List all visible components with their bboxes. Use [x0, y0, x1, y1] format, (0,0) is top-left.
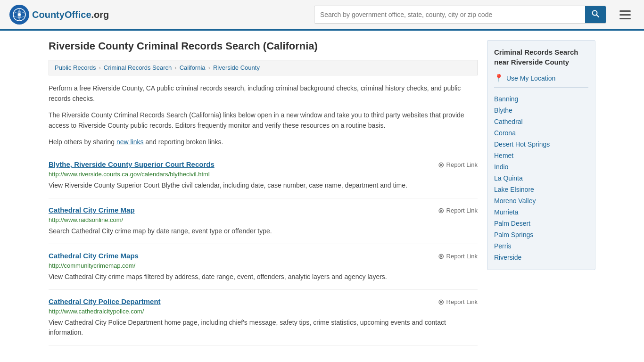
sidebar-title: Criminal Records Search near Riverside C…: [494, 47, 588, 67]
sidebar-city-moreno-valley[interactable]: Moreno Valley: [494, 197, 536, 205]
result-url-3: http://www.cathedralcitypolice.com/: [49, 308, 478, 315]
result-url-0: http://www.riverside.courts.ca.gov/calen…: [49, 171, 478, 178]
result-item: Cathedral City Crime Maps ⊗ Report Link …: [49, 244, 478, 290]
sidebar-city-blythe[interactable]: Blythe: [494, 107, 512, 114]
breadcrumb-california[interactable]: California: [180, 64, 206, 71]
breadcrumb-riverside-county[interactable]: Riverside County: [213, 64, 260, 71]
sidebar-list-item: Palm Desert: [494, 218, 588, 229]
sidebar-box: Criminal Records Search near Riverside C…: [487, 40, 595, 270]
sidebar-city-cathedral[interactable]: Cathedral: [494, 118, 523, 125]
main-content: Riverside County Criminal Records Search…: [49, 40, 478, 346]
result-item: Blythe, Riverside County Superior Court …: [49, 153, 478, 198]
report-link-label-0: Report Link: [446, 161, 478, 168]
sidebar-list-item: Lake Elsinore: [494, 184, 588, 195]
report-icon-1: ⊗: [438, 206, 444, 215]
sidebar-list-item: Palm Springs: [494, 229, 588, 240]
description-para-2: The Riverside County Criminal Records Se…: [49, 110, 478, 131]
search-bar: [314, 6, 606, 24]
result-desc-2: View Cathedral City crime maps filtered …: [49, 272, 478, 282]
report-icon-3: ⊗: [438, 297, 444, 306]
sidebar-city-hemet[interactable]: Hemet: [494, 152, 513, 159]
hamburger-line-1: [619, 10, 631, 12]
description-para-1: Perform a free Riverside County, CA publ…: [49, 83, 478, 104]
result-item: Cathedral City Crime Map ⊗ Report Link h…: [49, 198, 478, 244]
description-para-3-suffix: and reporting broken links.: [144, 138, 223, 146]
search-button[interactable]: [585, 6, 606, 23]
hamburger-menu-button[interactable]: [616, 7, 635, 23]
search-input[interactable]: [314, 6, 585, 23]
sidebar-list-item: Banning: [494, 93, 588, 105]
breadcrumb-public-records[interactable]: Public Records: [55, 64, 96, 71]
results-list: Blythe, Riverside County Superior Court …: [49, 153, 478, 346]
use-my-location-link[interactable]: Use My Location: [506, 74, 555, 82]
sidebar-city-list: BanningBlytheCathedralCoronaDesert Hot S…: [494, 93, 588, 263]
report-icon-2: ⊗: [438, 252, 444, 261]
sidebar-city-riverside[interactable]: Riverside: [494, 254, 521, 261]
report-link-3[interactable]: ⊗ Report Link: [438, 297, 478, 306]
result-header: Cathedral City Crime Maps ⊗ Report Link: [49, 252, 478, 261]
result-title-3[interactable]: Cathedral City Police Department: [49, 297, 161, 305]
sidebar-list-item: Moreno Valley: [494, 195, 588, 206]
result-url-2: http://communitycrimemap.com/: [49, 262, 478, 269]
hamburger-line-2: [619, 14, 631, 16]
sidebar-city-indio[interactable]: Indio: [494, 163, 508, 171]
description-para-3: Help others by sharing new links and rep…: [49, 137, 478, 147]
logo-icon: [9, 5, 29, 25]
breadcrumb-sep-3: ›: [208, 64, 210, 71]
sidebar-list-item: La Quinta: [494, 173, 588, 184]
sidebar: Criminal Records Search near Riverside C…: [487, 40, 595, 346]
sidebar-list-item: Indio: [494, 161, 588, 173]
site-header: CountyOffice.org: [0, 0, 644, 31]
result-header: Blythe, Riverside County Superior Court …: [49, 160, 478, 169]
result-title-1[interactable]: Cathedral City Crime Map: [49, 206, 135, 214]
sidebar-city-desert-hot-springs[interactable]: Desert Hot Springs: [494, 140, 550, 148]
logo-link[interactable]: CountyOffice.org: [9, 5, 109, 25]
report-link-label-1: Report Link: [446, 207, 478, 214]
sidebar-city-corona[interactable]: Corona: [494, 129, 516, 137]
result-header: Cathedral City Crime Map ⊗ Report Link: [49, 206, 478, 215]
report-link-label-2: Report Link: [446, 253, 478, 260]
hamburger-line-3: [619, 18, 631, 19]
svg-point-2: [18, 13, 21, 16]
svg-line-4: [597, 15, 599, 17]
sidebar-list-item: Cathedral: [494, 116, 588, 127]
sidebar-list-item: Murrieta: [494, 206, 588, 218]
breadcrumb: Public Records › Criminal Records Search…: [49, 60, 478, 75]
report-link-label-3: Report Link: [446, 298, 478, 305]
sidebar-list-item: Blythe: [494, 105, 588, 116]
sidebar-list-item: Hemet: [494, 150, 588, 161]
sidebar-list-item: Perris: [494, 240, 588, 252]
sidebar-city-murrieta[interactable]: Murrieta: [494, 208, 518, 216]
breadcrumb-sep-1: ›: [99, 64, 100, 71]
sidebar-city-palm-desert[interactable]: Palm Desert: [494, 220, 530, 227]
result-url-1: http://www.raidsonline.com/: [49, 216, 478, 223]
report-icon-0: ⊗: [438, 160, 444, 169]
sidebar-city-palm-springs[interactable]: Palm Springs: [494, 231, 533, 239]
sidebar-list-item: Riverside: [494, 252, 588, 263]
report-link-0[interactable]: ⊗ Report Link: [438, 160, 478, 169]
result-header: Cathedral City Police Department ⊗ Repor…: [49, 297, 478, 306]
sidebar-city-perris[interactable]: Perris: [494, 242, 512, 250]
report-link-2[interactable]: ⊗ Report Link: [438, 252, 478, 261]
result-title-2[interactable]: Cathedral City Crime Maps: [49, 252, 139, 260]
sidebar-location: 📍 Use My Location: [494, 74, 588, 88]
sidebar-list-item: Corona: [494, 127, 588, 139]
logo-text: CountyOffice.org: [32, 9, 109, 20]
main-container: Riverside County Criminal Records Search…: [39, 31, 605, 355]
sidebar-list-item: Desert Hot Springs: [494, 139, 588, 150]
sidebar-city-banning[interactable]: Banning: [494, 95, 518, 103]
new-links-link[interactable]: new links: [116, 138, 144, 146]
breadcrumb-sep-2: ›: [174, 64, 176, 71]
result-item: Cathedral City Police Department ⊗ Repor…: [49, 290, 478, 346]
result-desc-3: View Cathedral City Police Department ho…: [49, 318, 478, 337]
report-link-1[interactable]: ⊗ Report Link: [438, 206, 478, 215]
location-pin-icon: 📍: [494, 74, 504, 82]
result-desc-1: Search Cathedral City crime map by date …: [49, 226, 478, 236]
sidebar-city-lake-elsinore[interactable]: Lake Elsinore: [494, 186, 534, 193]
description-para-3-prefix: Help others by sharing: [49, 138, 116, 146]
result-desc-0: View Riverside County Superior Court Bly…: [49, 181, 478, 190]
sidebar-city-la-quinta[interactable]: La Quinta: [494, 174, 523, 182]
page-title: Riverside County Criminal Records Search…: [49, 40, 478, 52]
result-title-0[interactable]: Blythe, Riverside County Superior Court …: [49, 160, 215, 168]
breadcrumb-criminal-records-search[interactable]: Criminal Records Search: [104, 64, 172, 71]
